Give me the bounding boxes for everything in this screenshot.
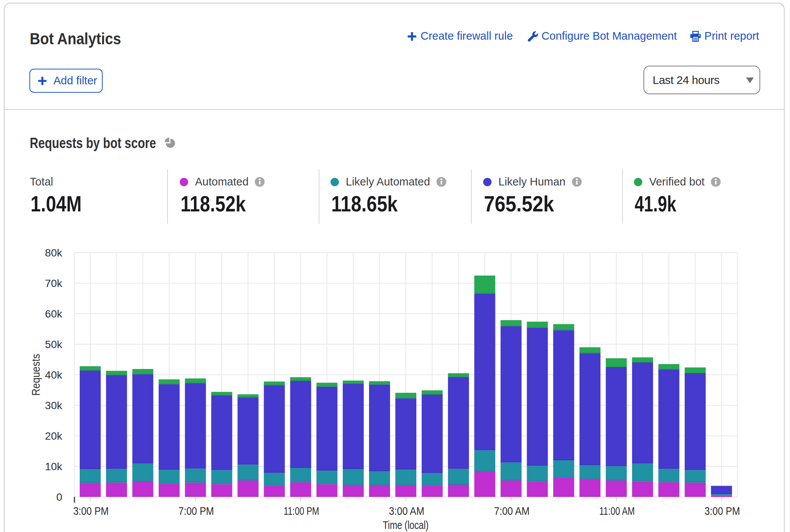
- svg-text:70k: 70k: [45, 277, 63, 289]
- svg-text:80k: 80k: [45, 247, 63, 259]
- svg-text:7:00 PM: 7:00 PM: [179, 505, 214, 517]
- svg-text:11:00 AM: 11:00 AM: [599, 505, 635, 517]
- svg-text:Requests: Requests: [30, 354, 42, 396]
- svg-text:60k: 60k: [45, 308, 63, 320]
- svg-text:7:00 AM: 7:00 AM: [494, 505, 530, 517]
- svg-text:40k: 40k: [45, 369, 63, 381]
- svg-text:3:00 PM: 3:00 PM: [73, 505, 109, 517]
- svg-text:10k: 10k: [45, 461, 63, 472]
- svg-text:Time (local): Time (local): [383, 519, 429, 531]
- svg-text:3:00 AM: 3:00 AM: [389, 505, 424, 517]
- svg-text:20k: 20k: [45, 430, 63, 442]
- svg-text:3:00 PM: 3:00 PM: [705, 505, 740, 517]
- svg-text:50k: 50k: [45, 339, 63, 350]
- svg-text:30k: 30k: [45, 400, 63, 411]
- svg-text:0: 0: [56, 491, 62, 503]
- svg-text:11:00 PM: 11:00 PM: [284, 505, 319, 517]
